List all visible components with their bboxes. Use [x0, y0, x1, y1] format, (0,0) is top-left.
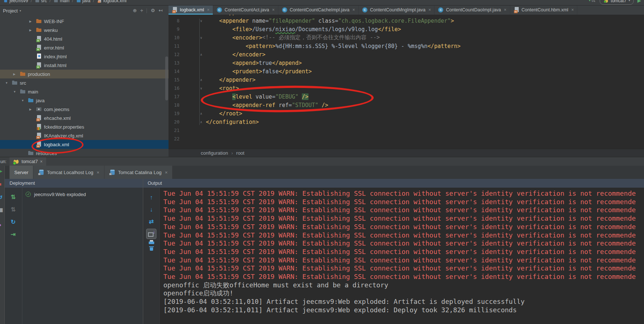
deployment-list: jeecmsv9:Web exploded — [22, 188, 143, 324]
tree-expanded-arrow-icon[interactable]: ▼ — [4, 81, 12, 85]
tree-item-fckeditor-properties[interactable]: fckeditor.properties — [0, 122, 169, 131]
breadcrumb-item-jeecmsv9[interactable]: jeecmsv9 — [3, 0, 28, 3]
breadcrumb-item-main[interactable]: main — [53, 0, 69, 3]
tree-item-src[interactable]: ▼src — [0, 78, 169, 87]
code-line-16: 16∨ <root> — [169, 84, 644, 92]
run-button[interactable]: ▶ — [637, 0, 641, 3]
tree-item-main[interactable]: ▼main — [0, 87, 169, 96]
project-scrollbar[interactable] — [165, 56, 168, 100]
locate-icon[interactable] — [133, 8, 137, 13]
scroll-up-button[interactable]: ↑ — [150, 191, 153, 203]
tree-item-java[interactable]: ▼java — [0, 96, 169, 105]
log-line-warn: Tue Jun 04 15:51:59 CST 2019 WARN: Estab… — [163, 256, 644, 265]
console-tab-server[interactable]: Server — [10, 166, 33, 179]
tree-item-404-html[interactable]: 404.html — [0, 34, 169, 43]
editor-breadcrumb-root[interactable]: root — [236, 150, 244, 156]
tree-item-resources[interactable]: resources — [0, 149, 169, 157]
fold-marker-icon[interactable]: ∧ — [179, 112, 206, 115]
tree-item-production[interactable]: ▶production — [0, 70, 169, 78]
tree-expanded-arrow-icon[interactable]: ▼ — [21, 99, 28, 102]
tree-collapsed-arrow-icon[interactable]: ▶ — [12, 73, 20, 76]
settings-icon[interactable] — [151, 8, 155, 13]
console-output[interactable]: Tue Jun 04 15:51:59 CST 2019 WARN: Estab… — [160, 188, 644, 324]
folder-icon — [36, 27, 42, 33]
rerun-icon[interactable]: ↺ — [0, 195, 3, 200]
scroll-to-end-button[interactable]: ↓ — [146, 228, 156, 240]
run-config-selector[interactable]: tomcat7 ▾ — [600, 0, 634, 5]
fold-marker-icon[interactable]: ∧ — [179, 78, 206, 82]
editor-tab-contentcountmngimpl-java[interactable]: ContentCountMngImpl.java× — [359, 5, 435, 15]
monitor-icon[interactable]: ▦ — [0, 207, 3, 213]
breadcrumb-item-java[interactable]: java — [76, 0, 90, 3]
close-tab-icon[interactable]: × — [571, 7, 574, 12]
line-number: 15 — [169, 77, 179, 82]
close-tab-icon[interactable]: × — [272, 7, 275, 12]
editor-breadcrumb-configuration[interactable]: configuration — [201, 150, 228, 156]
line-number: 17 — [169, 94, 179, 99]
folder-gray-icon — [35, 0, 39, 3]
tree-item-error-html[interactable]: error.html — [0, 43, 169, 52]
code-line-12: 12∧ </encoder> — [169, 50, 644, 59]
scroll-down-button[interactable]: ↓ — [150, 203, 153, 216]
tree-item-logback-xml[interactable]: logback.xml — [0, 140, 169, 149]
deployment-section: ⇅⇅↺⇥ jeecmsv9:Web exploded — [4, 188, 143, 324]
tree-item-index-jhtml[interactable]: index.jhtml — [0, 52, 169, 61]
tree-item-label: logback.xml — [44, 142, 69, 147]
tree-expanded-arrow-icon[interactable]: ▼ — [12, 90, 20, 93]
tree-item-wenku[interactable]: ▶wenku — [0, 26, 169, 34]
chevron-down-icon: ▾ — [19, 9, 21, 12]
run-tab-tomcat7[interactable]: tomcat7 × — [10, 157, 46, 166]
editor-tab-contentcountact-java[interactable]: ContentCountAct.java× — [213, 5, 278, 15]
fold-marker-icon[interactable]: ∨ — [179, 19, 206, 23]
line-number: 11 — [169, 43, 179, 49]
code-editor[interactable]: 7 </appender>8∨ <appender name="fileAppe… — [169, 15, 644, 149]
editor-tab-contentcountcacheimpl-java[interactable]: ContentCountCacheImpl.java× — [278, 5, 359, 15]
clear-all-button[interactable] — [148, 246, 155, 251]
close-tab-icon[interactable]: × — [40, 159, 42, 164]
tree-item-web-inf[interactable]: ▶WEB-INF — [0, 17, 169, 26]
fold-marker-icon[interactable]: ∧ — [179, 53, 206, 56]
fold-marker-icon[interactable]: ∨ — [179, 36, 206, 40]
tree-item-install-html[interactable]: install.html — [0, 61, 169, 70]
redeploy-button[interactable]: ↺ — [4, 216, 22, 228]
tree-item-com-jeecms[interactable]: ▶com.jeecms — [0, 105, 169, 114]
tree-item-ikanalyzer-cfg-xml[interactable]: IKAnalyzer.cfg.xml — [0, 131, 169, 140]
close-tab-icon[interactable]: × — [352, 7, 355, 12]
tree-collapsed-arrow-icon[interactable]: ▶ — [29, 20, 36, 23]
console-tab-tomcat-catalina-log[interactable]: Tomcat Catalina Log× — [104, 166, 173, 179]
soft-wrap-button[interactable]: ⇄ — [149, 216, 153, 228]
deploy-button[interactable]: ⇅ — [4, 191, 22, 203]
close-tab-icon[interactable]: × — [504, 7, 507, 12]
console-tab-tomcat-localhost-log[interactable]: Tomcat Localhost Log× — [33, 166, 104, 179]
print-button[interactable] — [148, 240, 155, 246]
chevron-down-icon: ▾ — [629, 0, 630, 2]
breadcrumb-item-src[interactable]: src — [34, 0, 47, 3]
log-line-warn: Tue Jun 04 15:51:59 CST 2019 WARN: Estab… — [163, 273, 644, 281]
editor-tab-contentcountdaoimpl-java[interactable]: ContentCountDaoImpl.java× — [434, 5, 510, 15]
tree-collapsed-arrow-icon[interactable]: ▶ — [29, 29, 36, 32]
update-resources-button[interactable]: ⇥ — [4, 228, 22, 240]
stop-icon[interactable]: ■ — [0, 181, 1, 187]
tree-collapsed-arrow-icon[interactable]: ▶ — [29, 108, 36, 111]
undeploy-button[interactable]: ⇅ — [4, 203, 22, 216]
fold-marker-icon[interactable]: ∧ — [179, 120, 206, 124]
tab-label: ContentCountDaoImpl.java — [446, 7, 501, 12]
collapse-all-icon[interactable] — [140, 8, 143, 13]
run-config-name: tomcat7 — [611, 0, 626, 3]
xml-icon — [36, 141, 42, 147]
breadcrumb-item-logback-xml[interactable]: logback.xml — [97, 0, 126, 3]
hide-icon[interactable] — [159, 8, 163, 13]
editor-tab-logback-xml[interactable]: logback.xml× — [169, 5, 213, 15]
close-tab-icon[interactable]: × — [428, 7, 431, 12]
coverage-icon[interactable]: ● — [0, 222, 1, 228]
vcs-update-indicator[interactable]: 01 — [588, 0, 595, 3]
editor-tab-contentcount-hbm-xml[interactable]: ContentCount.hbm.xml× — [510, 5, 578, 15]
deployment-item[interactable]: jeecmsv9:Web exploded — [25, 190, 140, 199]
close-tab-icon[interactable]: × — [165, 170, 168, 175]
project-panel-title[interactable]: Project — [3, 8, 18, 14]
close-tab-icon[interactable]: × — [97, 170, 100, 175]
play-icon[interactable]: ▶ — [0, 168, 2, 174]
close-tab-icon[interactable]: × — [207, 7, 210, 12]
tree-item-ehcache-xml[interactable]: ehcache.xml — [0, 114, 169, 122]
fold-marker-icon[interactable]: ∨ — [179, 86, 206, 90]
